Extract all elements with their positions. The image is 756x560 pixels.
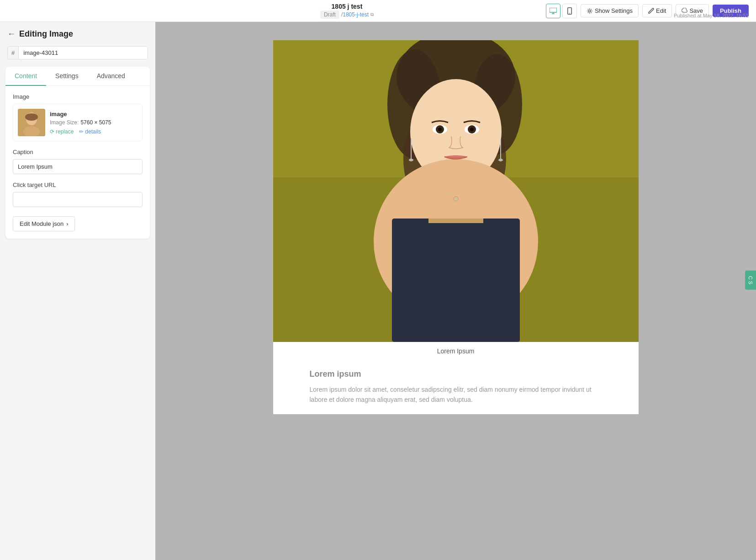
image-size-row: Image Size: 5760 × 5075 — [50, 119, 137, 126]
back-button[interactable]: ← — [7, 29, 16, 39]
tab-content[interactable]: Content — [5, 67, 46, 86]
main-canvas: Lorem Ipsum Lorem ipsum Lorem ipsum dolo… — [155, 22, 756, 560]
panel-card: Content Settings Advanced Image — [5, 67, 150, 239]
sidebar-header: ← Editing Image — [0, 22, 155, 43]
svg-point-5 — [588, 10, 591, 12]
thumbnail-svg — [18, 109, 45, 136]
topbar-right: Show Settings Edit Save Publish Publishe… — [539, 4, 756, 18]
desktop-view-button[interactable] — [546, 4, 560, 18]
view-icons — [546, 4, 577, 18]
tab-settings-label: Settings — [55, 72, 79, 80]
sidebar: ← Editing Image # Content Settings Advan… — [0, 22, 155, 560]
mobile-icon — [567, 7, 572, 15]
editing-image-title: Editing Image — [19, 29, 73, 39]
image-size-value: 5760 × 5075 — [80, 119, 111, 126]
status-badge: Draft — [320, 11, 339, 19]
right-tab-label: C S — [748, 276, 753, 284]
svg-point-4 — [569, 13, 570, 14]
svg-point-26 — [438, 128, 442, 131]
svg-rect-0 — [550, 8, 557, 12]
image-thumb-bg — [18, 109, 45, 136]
image-section-label: Image — [13, 93, 143, 100]
edit-json-button[interactable]: Edit Module json › — [13, 216, 75, 231]
svg-rect-20 — [392, 219, 520, 342]
url-label: Click target URL — [13, 181, 143, 188]
page-path-link[interactable]: /1805-j-test — [341, 11, 369, 18]
tab-content-label: Content — [15, 72, 37, 80]
image-name: image — [50, 111, 137, 117]
show-settings-label: Show Settings — [595, 7, 633, 14]
caption-input[interactable] — [13, 159, 143, 174]
svg-point-30 — [409, 159, 413, 161]
id-input-container: # — [7, 46, 148, 59]
id-row: # — [0, 43, 155, 63]
replace-label: replace — [56, 128, 74, 135]
replace-button[interactable]: ⟳ replace — [50, 128, 74, 135]
tab-advanced[interactable]: Advanced — [88, 67, 134, 86]
topbar-center: 1805 j test Draft /1805-j-test ⧉ — [155, 3, 539, 19]
edit-pencil-icon — [648, 8, 654, 14]
image-caption: Lorem Ipsum — [273, 342, 639, 360]
external-link-icon[interactable]: ⧉ — [370, 12, 374, 17]
page-title: 1805 j test — [332, 3, 363, 11]
lorem-title: Lorem ipsum — [310, 369, 602, 379]
details-button[interactable]: ✏ details — [79, 128, 101, 135]
svg-point-9 — [25, 113, 38, 121]
pencil-icon: ✏ — [79, 128, 84, 135]
mobile-view-button[interactable] — [562, 4, 577, 18]
url-input[interactable] — [13, 192, 143, 207]
image-card: image Image Size: 5760 × 5075 ⟳ replace — [13, 104, 143, 141]
element-id-input[interactable] — [19, 47, 148, 59]
tab-advanced-label: Advanced — [97, 72, 125, 80]
image-thumbnail — [18, 109, 45, 136]
edit-json-arrow-icon: › — [66, 220, 68, 227]
show-settings-button[interactable]: Show Settings — [581, 4, 639, 17]
panel-content: Image i — [5, 86, 150, 239]
page-path: Draft /1805-j-test ⧉ — [320, 11, 374, 19]
hero-image-svg — [273, 40, 639, 342]
topbar: 1805 j test Draft /1805-j-test ⧉ — [0, 0, 756, 22]
page-content: Lorem Ipsum Lorem ipsum Lorem ipsum dolo… — [273, 40, 639, 414]
svg-point-32 — [454, 197, 458, 201]
svg-rect-21 — [428, 219, 483, 223]
published-time: Published at May 18, 2022, 16:51 — [674, 13, 749, 18]
edit-button[interactable]: Edit — [642, 4, 672, 17]
edit-json-label: Edit Module json — [20, 220, 63, 227]
caption-label: Caption — [13, 149, 143, 155]
caption-section: Caption — [13, 149, 143, 174]
canvas-inner: Lorem Ipsum Lorem ipsum Lorem ipsum dolo… — [155, 22, 756, 560]
url-section: Click target URL — [13, 181, 143, 207]
details-label: details — [85, 128, 101, 135]
hero-image — [273, 40, 639, 342]
tabs-container: Content Settings Advanced — [5, 67, 150, 86]
back-arrow-icon: ← — [7, 29, 16, 39]
tab-settings[interactable]: Settings — [46, 67, 88, 86]
replace-icon: ⟳ — [50, 128, 54, 135]
desktop-icon — [550, 8, 557, 14]
image-section: Image i — [13, 93, 143, 141]
text-section: Lorem ipsum Lorem ipsum dolor sit amet, … — [273, 360, 639, 414]
right-side-tab[interactable]: C S — [745, 270, 756, 289]
image-info: image Image Size: 5760 × 5075 ⟳ replace — [50, 111, 137, 135]
svg-point-31 — [498, 159, 503, 161]
lorem-body: Lorem ipsum dolor sit amet, conseletur s… — [310, 384, 602, 405]
image-actions: ⟳ replace ✏ details — [50, 128, 137, 135]
image-size-label: Image Size: — [50, 119, 79, 126]
settings-gear-icon — [587, 8, 593, 14]
svg-point-27 — [470, 128, 474, 131]
id-hash-symbol: # — [8, 47, 19, 59]
edit-label: Edit — [656, 7, 666, 14]
